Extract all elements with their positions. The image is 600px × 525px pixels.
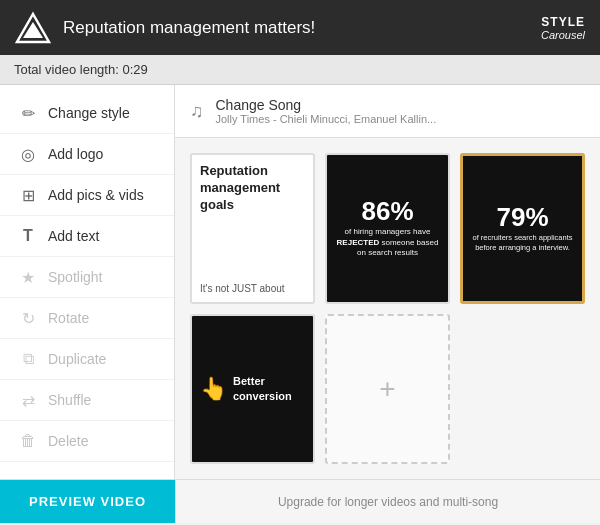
spotlight-icon: ★ [18,267,38,287]
slide-3[interactable]: 79% of recruiters search applicants befo… [460,153,585,304]
style-label: STYLE [541,15,585,29]
sidebar-item-add-logo[interactable]: ◎ Add logo [0,134,174,175]
main-layout: ✏ Change style ◎ Add logo ⊞ Add pics & v… [0,85,600,479]
slide-2-dark: 86% of hiring managers have REJECTED som… [327,155,448,302]
header-style: STYLE Carousel [541,15,585,41]
sidebar-label-change-style: Change style [48,105,130,121]
slide-4-content: 👆 Better conversion [192,316,313,463]
change-song-label: Change Song [216,97,437,113]
sidebar-item-add-pics-vids[interactable]: ⊞ Add pics & vids [0,175,174,216]
slide-1-title: Reputation management goals [200,163,305,214]
add-slide-button[interactable]: + [325,314,450,465]
slide-2[interactable]: 86% of hiring managers have REJECTED som… [325,153,450,304]
sidebar-label-add-text: Add text [48,228,99,244]
header-title: Reputation management matters! [63,18,315,38]
bottom-bar: PREVIEW VIDEO Upgrade for longer videos … [0,479,600,523]
slides-grid: Reputation management goals It's not JUS… [175,138,600,479]
sidebar-item-duplicate: ⧉ Duplicate [0,339,174,380]
total-length-text: Total video length: 0:29 [14,62,148,77]
logo-icon: ◎ [18,144,38,164]
add-slide-icon: + [379,373,395,405]
sidebar-item-change-style[interactable]: ✏ Change style [0,93,174,134]
slide-1[interactable]: Reputation management goals It's not JUS… [190,153,315,304]
shuffle-icon: ⇄ [18,390,38,410]
music-icon: ♫ [190,101,204,122]
rotate-icon: ↻ [18,308,38,328]
slide-3-percent: 79% [496,204,548,230]
slide-2-percent: 86% [361,198,413,224]
song-name: Jolly Times - Chieli Minucci, Emanuel Ka… [216,113,437,125]
style-value: Carousel [541,29,585,41]
content-area: ♫ Change Song Jolly Times - Chieli Minuc… [175,85,600,479]
header: Reputation management matters! STYLE Car… [0,0,600,55]
grid-icon: ⊞ [18,185,38,205]
slide-3-text: of recruiters search applicants before a… [469,233,576,253]
sidebar-label-shuffle: Shuffle [48,392,91,408]
upgrade-bar: Upgrade for longer videos and multi-song [175,480,600,523]
sidebar-label-rotate: Rotate [48,310,89,326]
sidebar-item-spotlight: ★ Spotlight [0,257,174,298]
text-icon: T [18,226,38,246]
cursor-icon: 👆 [200,376,227,402]
slide-1-content: Reputation management goals It's not JUS… [192,155,313,302]
sidebar: ✏ Change style ◎ Add logo ⊞ Add pics & v… [0,85,175,479]
sidebar-label-delete: Delete [48,433,88,449]
sidebar-item-shuffle: ⇄ Shuffle [0,380,174,421]
slide-4-text: Better conversion [233,374,305,403]
change-song-section[interactable]: ♫ Change Song Jolly Times - Chieli Minuc… [175,85,600,138]
sidebar-label-spotlight: Spotlight [48,269,102,285]
delete-icon: 🗑 [18,431,38,451]
sidebar-item-rotate: ↻ Rotate [0,298,174,339]
sidebar-label-add-pics-vids: Add pics & vids [48,187,144,203]
sidebar-label-add-logo: Add logo [48,146,103,162]
slide-1-subtitle: It's not JUST about [200,283,305,294]
header-left: Reputation management matters! [15,10,315,46]
sidebar-item-add-text[interactable]: T Add text [0,216,174,257]
slide-4[interactable]: 👆 Better conversion [190,314,315,465]
change-song-text: Change Song Jolly Times - Chieli Minucci… [216,97,437,125]
pencil-icon: ✏ [18,103,38,123]
upgrade-text: Upgrade for longer videos and multi-song [278,495,498,509]
slide-3-dark: 79% of recruiters search applicants befo… [463,156,582,301]
app-logo [15,10,51,46]
duplicate-icon: ⧉ [18,349,38,369]
sidebar-label-duplicate: Duplicate [48,351,106,367]
preview-video-button[interactable]: PREVIEW VIDEO [0,480,175,523]
sidebar-item-delete: 🗑 Delete [0,421,174,462]
total-length-bar: Total video length: 0:29 [0,55,600,85]
slide-2-text: of hiring managers have REJECTED someone… [333,227,442,258]
